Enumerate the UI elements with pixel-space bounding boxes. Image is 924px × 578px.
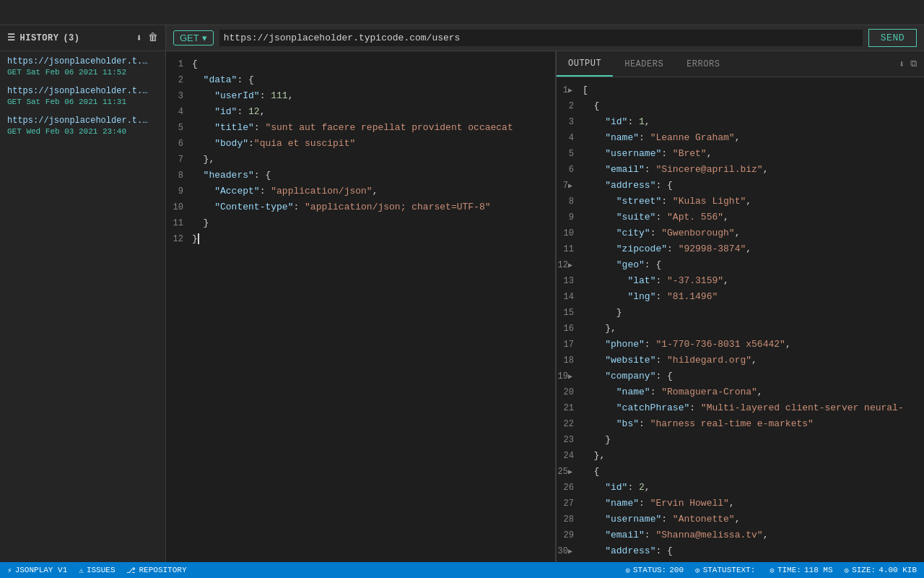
output-line: 1▶[ (557, 83, 924, 99)
output-line-content: "name": "Leanne Graham", (583, 131, 924, 146)
download-icon[interactable]: ⬇ (136, 32, 142, 44)
output-line: 8 "street": "Kulas Light", (557, 194, 924, 210)
tab-errors[interactable]: ERRORS (675, 51, 731, 77)
output-line: 24 }, (557, 449, 924, 465)
output-code-lines: 1▶[2 {3 "id": 1,4 "name": "Leanne Graham… (557, 77, 924, 562)
output-copy-icon[interactable]: ⧉ (910, 59, 917, 70)
line-content: } (192, 216, 555, 231)
line-number: 2 (166, 73, 192, 87)
output-line-number: 6 (557, 163, 583, 177)
line-number: 1 (166, 57, 192, 72)
output-line-content: "username": "Bret", (583, 147, 924, 162)
output-line: 20 "name": "Romaguera-Crona", (557, 385, 924, 401)
size-value: 4.00 KIB (879, 566, 917, 574)
output-line: 14 "lng": "81.1496" (557, 290, 924, 306)
request-line: 7 }, (166, 152, 555, 168)
output-line: 9 "suite": "Apt. 556", (557, 210, 924, 226)
output-line-number: 5 (557, 147, 583, 161)
status-bar: ⚡ JSONPLAY V1 ⚠ ISSUES ⎇ REPOSITORY ⊙ ST… (0, 562, 924, 578)
app-name-label: JSONPLAY V1 (15, 566, 68, 574)
output-line: 23 } (557, 433, 924, 449)
request-editor: 1{2 "data": {3 "userId": 111,4 "id": 12,… (166, 51, 556, 562)
output-line: 27 "name": "Ervin Howell", (557, 496, 924, 512)
sidebar-header-icons[interactable]: ⬇ 🗑 (136, 32, 158, 44)
method-selector[interactable]: GET ▾ (173, 30, 214, 46)
editor-area: GET ▾ SEND 1{2 "data": {3 "userId": 111,… (166, 25, 924, 562)
line-content: "userId": 111, (192, 89, 555, 104)
output-line-content: }, (583, 449, 924, 464)
statustext-label: STATUSTEXT: (703, 566, 756, 574)
statustext-item: ⊙ STATUSTEXT: (695, 566, 758, 575)
output-line-number: 3 (557, 115, 583, 129)
history-title: HISTORY (20, 33, 59, 43)
collapse-arrow[interactable]: ▶ (568, 373, 572, 381)
status-bar-right: ⊙ STATUS: 200 ⊙ STATUSTEXT: ⊙ TIME: 118 … (625, 566, 917, 575)
collapse-arrow[interactable]: ▶ (568, 548, 572, 556)
output-line-content: "website": "hildegard.org", (583, 353, 924, 368)
history-count: (3) (63, 33, 79, 43)
sidebar-header-left: ☰ HISTORY (3) (7, 33, 80, 43)
status-value: 200 (669, 566, 684, 574)
output-line: 15 } (557, 306, 924, 322)
line-content: "data": { (192, 73, 555, 88)
repo-item[interactable]: ⎇ REPOSITORY (126, 566, 186, 575)
issues-icon: ⚠ (79, 566, 84, 575)
repo-label: REPOSITORY (139, 566, 186, 574)
output-line: 29 "email": "Shanna@melissa.tv", (557, 528, 924, 544)
output-line-content: "city": "Gwenborough", (583, 226, 924, 241)
output-tab-icons: ⬇ ⧉ (899, 59, 924, 70)
trash-icon[interactable]: 🗑 (148, 32, 158, 44)
collapse-arrow[interactable]: ▶ (568, 87, 572, 95)
request-line: 10 "Content-type": "application/json; ch… (166, 200, 555, 216)
output-line-content: { (583, 465, 924, 480)
output-line: 6 "email": "Sincere@april.biz", (557, 163, 924, 178)
output-download-icon[interactable]: ⬇ (899, 59, 905, 70)
request-line: 3 "userId": 111, (166, 89, 555, 105)
line-content: } (192, 232, 555, 247)
output-line-content: "company": { (583, 369, 924, 384)
output-line: 16 }, (557, 322, 924, 337)
app-name-item: ⚡ JSONPLAY V1 (7, 566, 67, 575)
output-line-content: "catchPhrase": "Multi-layered client-ser… (583, 401, 924, 416)
collapse-arrow[interactable]: ▶ (568, 262, 572, 269)
collapse-arrow[interactable]: ▶ (568, 182, 572, 190)
output-line-number: 16 (557, 322, 583, 336)
output-line-content: "lat": "-37.3159", (583, 274, 924, 289)
line-number: 11 (166, 216, 192, 230)
sidebar-item-method-0: GET Sat Feb 06 2021 11:52 (7, 68, 126, 77)
time-item: ⊙ TIME: 118 MS (770, 566, 832, 575)
output-content: 1▶[2 {3 "id": 1,4 "name": "Leanne Graham… (557, 77, 924, 562)
time-value: 118 MS (804, 566, 833, 574)
sidebar-history-item-2[interactable]: https://jsonplaceholder.t... 🗑 GET Wed F… (0, 111, 165, 140)
sidebar-history-item-1[interactable]: https://jsonplaceholder.t... 🗑 GET Sat F… (0, 81, 165, 111)
output-line-content: "id": 2, (583, 480, 924, 496)
output-line-content: [ (583, 83, 924, 98)
request-line: 11 } (166, 216, 555, 232)
send-button[interactable]: SEND (868, 29, 917, 47)
line-content: "headers": { (192, 168, 555, 184)
tab-output[interactable]: OUTPUT (557, 51, 613, 77)
issues-item[interactable]: ⚠ ISSUES (79, 566, 115, 575)
output-line: 13 "lat": "-37.3159", (557, 274, 924, 290)
output-line-content: "name": "Romaguera-Crona", (583, 385, 924, 400)
output-line-number: 19▶ (557, 369, 583, 384)
output-line: 3 "id": 1, (557, 115, 924, 131)
sidebar-history-item-0[interactable]: https://jsonplaceholder.t... 🗑 GET Sat F… (0, 51, 165, 81)
url-input[interactable] (219, 30, 863, 46)
output-line-content: } (583, 306, 924, 321)
output-line-content: "bs": "harness real-time e-markets" (583, 417, 924, 432)
sidebar-item-url-2: https://jsonplaceholder.t... (7, 116, 149, 126)
status-code-item: ⊙ STATUS: 200 (625, 566, 684, 575)
output-line-content: "address": { (583, 544, 924, 559)
output-line-number: 9 (557, 210, 583, 225)
request-line: 6 "body":"quia et suscipit" (166, 137, 555, 152)
output-line-content: "email": "Shanna@melissa.tv", (583, 528, 924, 543)
tab-headers[interactable]: HEADERS (613, 51, 675, 77)
output-line-number: 21 (557, 401, 583, 415)
collapse-arrow[interactable]: ▶ (568, 468, 572, 476)
output-line-number: 14 (557, 290, 583, 304)
time-circle-icon: ⊙ (770, 566, 775, 575)
method-label: GET (180, 33, 199, 43)
sidebar: ☰ HISTORY (3) ⬇ 🗑 https://jsonplaceholde… (0, 25, 166, 562)
request-line: 9 "Accept": "application/json", (166, 184, 555, 200)
